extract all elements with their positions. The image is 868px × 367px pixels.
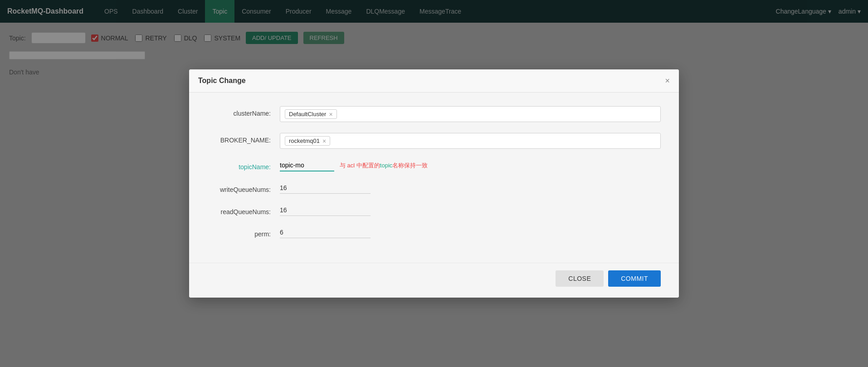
close-modal-button[interactable]: CLOSE	[556, 270, 604, 287]
broker-tag: rocketmq01 ×	[285, 136, 330, 146]
topic-name-hint: 与 acl 中配置的topic名称保持一致	[340, 161, 428, 170]
cluster-name-tag-input[interactable]: DefaultCluster ×	[280, 106, 661, 122]
read-queue-wrap	[280, 205, 661, 216]
topic-name-wrap: 与 acl 中配置的topic名称保持一致	[280, 160, 661, 171]
broker-name-wrap: rocketmq01 ×	[280, 133, 661, 149]
read-queue-input[interactable]	[280, 205, 371, 216]
broker-name-tag-input[interactable]: rocketmq01 ×	[280, 133, 661, 149]
topic-name-input[interactable]	[280, 160, 334, 171]
broker-tag-remove[interactable]: ×	[322, 138, 326, 144]
write-queue-input[interactable]	[280, 182, 371, 194]
modal-body: clusterName: DefaultCluster × BROKER_NAM…	[189, 93, 679, 263]
write-queue-wrap	[280, 182, 661, 194]
cluster-name-wrap: DefaultCluster ×	[280, 106, 661, 122]
cluster-tag-remove[interactable]: ×	[329, 111, 332, 117]
perm-input[interactable]	[280, 227, 371, 238]
modal-title: Topic Change	[198, 77, 246, 85]
modal-overlay[interactable]: Topic Change × clusterName: DefaultClust…	[0, 0, 868, 367]
perm-wrap	[280, 227, 661, 238]
read-queue-row: readQueueNums:	[207, 205, 661, 216]
broker-name-label: BROKER_NAME:	[207, 133, 280, 144]
cluster-tag: DefaultCluster ×	[285, 109, 337, 119]
modal-header: Topic Change ×	[189, 69, 679, 93]
modal-close-x-button[interactable]: ×	[665, 77, 670, 85]
cluster-name-row: clusterName: DefaultCluster ×	[207, 106, 661, 122]
write-queue-label: writeQueueNums:	[207, 182, 280, 193]
topic-change-modal: Topic Change × clusterName: DefaultClust…	[189, 69, 679, 298]
read-queue-label: readQueueNums:	[207, 205, 280, 215]
perm-label: perm:	[207, 227, 280, 238]
cluster-name-label: clusterName:	[207, 106, 280, 117]
perm-row: perm:	[207, 227, 661, 238]
topic-name-row: topicName: 与 acl 中配置的topic名称保持一致	[207, 160, 661, 171]
topic-name-label: topicName:	[207, 160, 280, 171]
write-queue-row: writeQueueNums:	[207, 182, 661, 194]
modal-footer: CLOSE COMMIT	[189, 263, 679, 298]
commit-button[interactable]: COMMIT	[608, 270, 661, 287]
topic-name-input-wrap: 与 acl 中配置的topic名称保持一致	[280, 160, 661, 171]
broker-name-row: BROKER_NAME: rocketmq01 ×	[207, 133, 661, 149]
